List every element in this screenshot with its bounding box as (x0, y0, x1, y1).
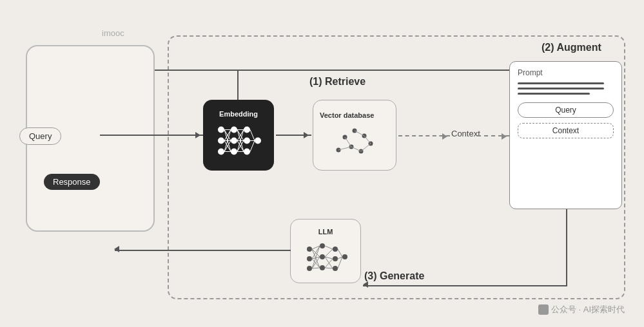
watermark: 公众号 · AI探索时代 (538, 304, 625, 315)
embedding-box: Embedding (203, 100, 274, 171)
svg-line-42 (355, 131, 364, 136)
prompt-line-2 (518, 88, 604, 89)
svg-point-4 (231, 138, 237, 144)
svg-line-69 (338, 249, 342, 257)
svg-point-8 (244, 149, 250, 155)
svg-line-30 (250, 141, 255, 152)
section-generate-label: (3) Generate (364, 270, 424, 282)
prompt-box: Prompt Query Context (509, 61, 622, 209)
svg-point-50 (333, 247, 338, 252)
svg-line-40 (345, 137, 351, 147)
prompt-query-pill: Query (518, 102, 614, 118)
svg-line-64 (325, 249, 333, 257)
svg-point-5 (231, 149, 237, 155)
llm-label: LLM (318, 228, 333, 236)
svg-point-53 (342, 254, 347, 259)
svg-line-28 (250, 130, 255, 141)
svg-line-55 (312, 249, 320, 257)
llm-to-response-arrowhead (111, 246, 119, 252)
section-augment-label: (2) Augment (542, 42, 601, 53)
vdb-label: Vector database (313, 111, 374, 119)
svg-line-43 (361, 144, 371, 151)
prompt-lines (518, 82, 614, 95)
prompt-line-3 (518, 93, 590, 95)
context-to-prompt-line (477, 135, 509, 136)
llm-box: LLM (290, 219, 361, 283)
vector-database-box: Vector database (313, 100, 396, 171)
svg-point-2 (218, 149, 224, 155)
svg-line-41 (364, 136, 371, 144)
prompt-title: Prompt (518, 68, 614, 77)
query-to-embedding-arrow (100, 135, 203, 136)
query-bubble: Query (19, 127, 61, 145)
svg-point-46 (307, 266, 312, 271)
svg-point-48 (320, 254, 325, 259)
section-retrieve-label: (1) Retrieve (309, 76, 366, 88)
embedding-to-vdb-arrow (276, 135, 311, 136)
prompt-to-llm-arrowhead (360, 281, 368, 288)
svg-point-7 (244, 138, 250, 144)
svg-point-49 (320, 265, 325, 270)
prompt-to-llm-horizontal (363, 285, 567, 286)
prompt-line-1 (518, 82, 604, 84)
svg-point-9 (255, 138, 261, 144)
watermark-text: 公众号 · AI探索时代 (551, 304, 625, 315)
llm-neural-network-icon (303, 239, 348, 275)
svg-point-47 (320, 243, 325, 248)
svg-point-1 (218, 138, 224, 144)
svg-point-6 (244, 127, 250, 133)
vector-database-icon (326, 124, 384, 160)
svg-line-68 (325, 268, 333, 268)
wechat-icon (538, 304, 549, 315)
context-label: Context (451, 129, 480, 138)
llm-to-response-line (115, 250, 291, 251)
svg-point-51 (333, 256, 338, 261)
prompt-context-pill: Context (518, 123, 614, 138)
svg-line-38 (338, 147, 351, 150)
svg-point-44 (307, 247, 312, 252)
embedding-neural-network-icon (216, 122, 261, 160)
svg-line-62 (312, 268, 320, 268)
context-dashed-line (398, 135, 450, 136)
svg-point-0 (218, 127, 224, 133)
svg-point-3 (231, 127, 237, 133)
imooc-label: imooc (102, 28, 124, 38)
svg-point-45 (307, 256, 312, 261)
embedding-label: Embedding (219, 110, 258, 118)
prompt-to-llm-vertical (566, 209, 567, 286)
query-top-line (155, 70, 516, 71)
svg-point-52 (333, 266, 338, 271)
response-bubble: Response (44, 174, 100, 190)
svg-line-39 (351, 147, 361, 151)
svg-line-63 (325, 246, 333, 249)
